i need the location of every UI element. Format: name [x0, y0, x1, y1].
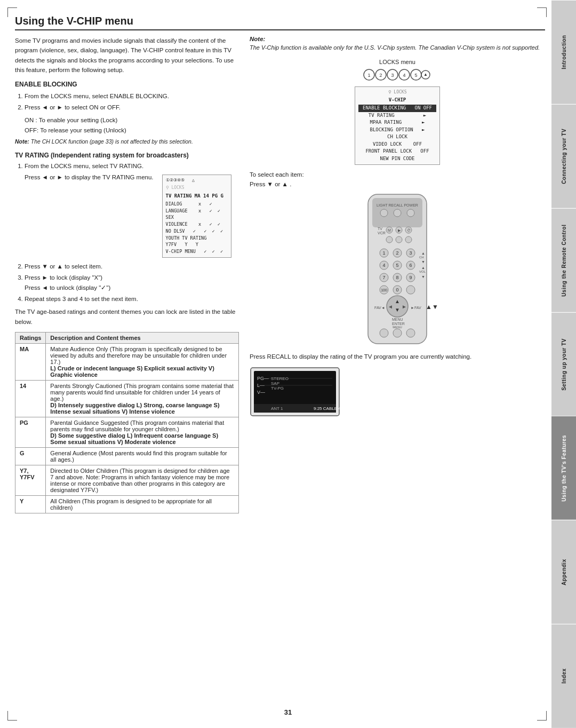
svg-text:100: 100 [381, 288, 387, 292]
tvrating-step-5: Repeat steps 3 and 4 to set the next ite… [25, 294, 239, 304]
svg-text:MENU: MENU [393, 326, 402, 329]
enable-off-text: OFF: To release your setting (Unlock) [25, 125, 239, 135]
rating-cell: G [15, 448, 46, 465]
svg-point-68 [380, 329, 388, 337]
page-title: Using the V-CHIP menu [15, 15, 545, 30]
enable-step-1: From the LOCKS menu, select ENABLE BLOCK… [25, 91, 239, 101]
desc-cell: All Children (This program is designed t… [46, 496, 239, 513]
main-content: Using the V-CHIP menu Some TV programs a… [15, 15, 545, 707]
ratings-table: Ratings Description and Content themes M… [15, 332, 239, 513]
rating-cell: Y [15, 496, 46, 513]
svg-text:▼: ▼ [421, 275, 425, 279]
sidebar-tab-appendix[interactable]: Appendix [551, 520, 576, 624]
svg-point-26 [386, 236, 393, 243]
tv-rating-footer: The TV age-based ratings and content the… [15, 307, 239, 327]
page-number: 31 [284, 708, 292, 716]
svg-text:▲: ▲ [395, 298, 400, 304]
svg-text:6: 6 [409, 263, 412, 268]
sidebar: Introduction Connecting your TV Using th… [551, 0, 576, 728]
rating-cell: PG [15, 417, 46, 448]
svg-text:▼: ▼ [421, 260, 425, 264]
rating-cell: Y7, Y7FV [15, 465, 46, 496]
table-row: GGeneral Audience (Most parents would fi… [15, 448, 239, 465]
svg-text:8: 8 [396, 275, 398, 280]
sidebar-tab-connecting[interactable]: Connecting your TV [551, 104, 576, 208]
sidebar-tab-features[interactable]: Using the TV's Features [551, 416, 576, 520]
tv-rating-menu-box: ①②③④⑤ △ ⚲ LOCKS TV RATING MA 14 PG G DIA… [162, 175, 231, 258]
enable-blocking-heading: ENABLE BLOCKING [15, 81, 239, 88]
svg-text:VOL: VOL [419, 270, 426, 273]
desc-cell: Parental Guidance Suggested (This progra… [46, 417, 239, 448]
enable-on-text: ON : To enable your setting (Lock) [25, 115, 239, 125]
locks-menu-display: ⚲ LOCKS V-CHIP ENABLE BLOCKING ON OFF TV… [250, 84, 545, 168]
desc-cell: Mature Audience Only (This program is sp… [46, 344, 239, 381]
right-column: Note: The V-Chip function is available o… [250, 36, 545, 513]
svg-text:TV-PG: TV-PG [271, 386, 284, 391]
note-label: Note: [250, 36, 545, 42]
svg-text:▼: ▼ [395, 307, 400, 313]
table-row: PGParental Guidance Suggested (This prog… [15, 417, 239, 448]
svg-text:LIGHT  RECALL  POWER: LIGHT RECALL POWER [377, 203, 418, 207]
svg-point-27 [396, 236, 402, 243]
svg-text:▲▼◄►: ▲▼◄► [426, 303, 437, 311]
sidebar-tab-introduction[interactable]: Introduction [551, 0, 576, 104]
remote-buttons-row: 1 2 3 4 5 ▲ [250, 67, 545, 82]
rating-cell: 14 [15, 381, 46, 417]
svg-text:PG—: PG— [257, 376, 269, 381]
tv-screen-svg: PG— L— V— STEREO SAP TV-PG ANT 1 9:25 CA… [250, 367, 340, 420]
svg-text:▲: ▲ [421, 266, 425, 270]
svg-text:ANT 1: ANT 1 [271, 406, 283, 411]
rating-cell: MA [15, 344, 46, 381]
svg-text:3: 3 [391, 73, 394, 78]
tvrating-step-2: Press ◄ or ► to display the TV RATING me… [25, 172, 239, 260]
note-box: Note: The V-Chip function is available o… [250, 36, 545, 52]
enable-step-2: Press ◄ or ► to select ON or OFF. [25, 102, 239, 112]
corner-mark-bl [7, 711, 17, 721]
tvrating-step-3: Press ▼ or ▲ to select item. [25, 262, 239, 271]
desc-cell: General Audience (Most parents would fin… [46, 448, 239, 465]
svg-text:TV: TV [378, 227, 382, 231]
press-down-up: Press ▼ or ▲ . [250, 181, 545, 187]
svg-text:4: 4 [403, 73, 405, 78]
remote-top-buttons-svg: 1 2 3 4 5 ▲ [363, 67, 432, 82]
locks-menu-container: LOCKS menu 1 2 3 4 5 [250, 59, 545, 168]
svg-text:►FAV: ►FAV [411, 306, 421, 310]
sidebar-tab-remote[interactable]: Using the Remote Control [551, 208, 576, 312]
sidebar-tab-setting-up[interactable]: Setting up your TV [551, 312, 576, 416]
remote-container: LIGHT RECALL POWER TV VCR M ▶ ⏱ [250, 192, 545, 346]
svg-text:VCR: VCR [378, 231, 386, 235]
svg-text:▲: ▲ [421, 251, 425, 255]
svg-text:0: 0 [396, 287, 398, 292]
select-each-text: To select each item: [250, 171, 545, 178]
tvrating-step-1: From the LOCKS menu, select TV RATING. [25, 161, 239, 171]
svg-point-17 [407, 209, 414, 217]
svg-text:2: 2 [396, 250, 398, 256]
svg-point-28 [405, 236, 412, 243]
enable-note: Note: The CH LOCK function (page 33) is … [15, 137, 239, 146]
svg-point-69 [393, 329, 402, 337]
svg-text:CH: CH [419, 256, 424, 259]
tv-rating-body: From the LOCKS menu, select TV RATING. P… [15, 161, 239, 327]
tvrating-step-4: Press ► to lock (display "X") Press ◄ to… [25, 273, 239, 292]
svg-text:ENTER: ENTER [392, 322, 405, 326]
left-column: Some TV programs and movies include sign… [15, 36, 239, 513]
sidebar-tab-index[interactable]: Index [551, 624, 576, 728]
note-content: The V-Chip function is available only fo… [250, 43, 545, 52]
svg-text:◄: ◄ [388, 304, 393, 310]
remote-svg: LIGHT RECALL POWER TV VCR M ▶ ⏱ [357, 192, 437, 346]
svg-point-71 [406, 329, 415, 337]
svg-text:V—: V— [257, 390, 265, 395]
two-column-layout: Some TV programs and movies include sign… [15, 36, 545, 513]
svg-text:3: 3 [409, 250, 412, 256]
svg-text:9:25  CABLE  4: 9:25 CABLE 4 [314, 406, 340, 411]
desc-cell: Directed to Older Children (This program… [46, 465, 239, 496]
locks-menu-label: LOCKS menu [250, 59, 545, 65]
table-row: 14Parents Strongly Cautioned (This progr… [15, 381, 239, 417]
intro-text: Some TV programs and movies include sign… [15, 36, 239, 75]
table-row: Y7, Y7FVDirected to Older Children (This… [15, 465, 239, 496]
svg-text:FAV◄: FAV◄ [374, 306, 385, 310]
svg-point-16 [394, 209, 401, 217]
svg-text:9: 9 [409, 275, 412, 280]
table-header-ratings: Ratings [15, 333, 46, 344]
svg-text:▲: ▲ [423, 72, 428, 77]
